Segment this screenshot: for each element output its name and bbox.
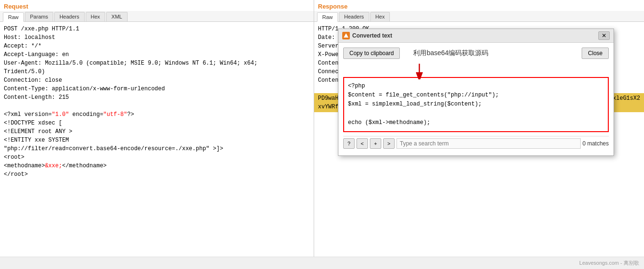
tab-params[interactable]: Params [25, 12, 53, 21]
modal-icon [342, 32, 350, 39]
tab-raw-response[interactable]: Raw [317, 12, 338, 22]
copy-to-clipboard-button[interactable]: Copy to clipboard [343, 48, 400, 59]
search-add-button[interactable]: + [370, 138, 381, 149]
request-tab-bar: Raw Params Headers Hex XML [0, 11, 314, 22]
tab-headers-response[interactable]: Headers [339, 12, 369, 21]
search-next-button[interactable]: > [383, 138, 395, 149]
code-display: <?php $content = file_get_contents("php:… [343, 77, 609, 132]
footer-text: Leavesongs.com - 离别歌 [579, 259, 639, 267]
request-content: POST /xxe.php HTTP/1.1 Host: localhost A… [0, 22, 314, 257]
converted-text-modal: Converted text ✕ Copy to clipboard 利用bas… [338, 29, 614, 156]
close-button[interactable]: Close [582, 48, 609, 59]
tab-raw-request[interactable]: Raw [3, 12, 24, 22]
tab-hex-response[interactable]: Hex [370, 12, 390, 21]
search-prev-button[interactable]: < [357, 138, 368, 149]
modal-body: Copy to clipboard 利用base64编码获取源码 Close [338, 43, 614, 155]
tab-headers-request[interactable]: Headers [54, 12, 85, 21]
search-input[interactable] [396, 138, 581, 149]
request-panel: Request Raw Params Headers Hex XML POST … [0, 0, 314, 257]
modal-title: Converted text [352, 32, 392, 39]
search-question-button[interactable]: ? [343, 138, 355, 149]
tab-xml[interactable]: XML [106, 12, 128, 21]
response-title: Response [314, 0, 644, 11]
arrow-container [410, 63, 609, 77]
response-tab-bar: Raw Headers Hex [314, 11, 644, 22]
modal-toolbar: Copy to clipboard 利用base64编码获取源码 Close [343, 48, 609, 59]
request-title: Request [0, 0, 314, 11]
response-panel: Response Raw Headers Hex HTTP/1.1 200 OK… [314, 0, 644, 257]
arrow-svg [410, 63, 438, 79]
search-bar: ? < + > 0 matches [343, 136, 609, 151]
svg-marker-0 [344, 33, 348, 38]
modal-close-x-button[interactable]: ✕ [598, 31, 610, 40]
modal-titlebar: Converted text ✕ [338, 29, 614, 43]
annotation-text: 利用base64编码获取源码 [413, 49, 488, 58]
footer: Leavesongs.com - 离别歌 [0, 257, 644, 269]
tab-hex-request[interactable]: Hex [86, 12, 106, 21]
matches-count: 0 matches [583, 140, 609, 147]
